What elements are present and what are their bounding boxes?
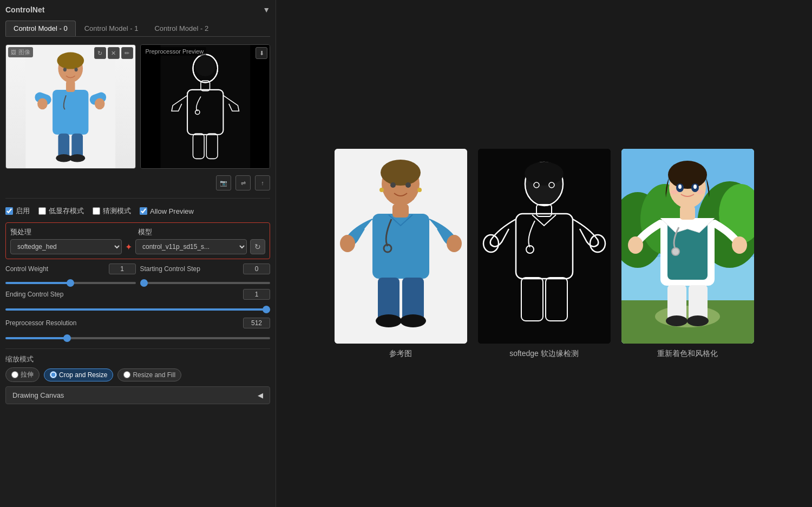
- svg-point-31: [340, 235, 355, 252]
- tab-control-model-2[interactable]: Control Model - 2: [147, 21, 216, 36]
- model-select[interactable]: control_v11p_sd15_s...: [135, 239, 247, 254]
- refresh-image-btn[interactable]: ↻: [94, 47, 106, 59]
- preprocessor-image-content: [141, 45, 270, 168]
- preprocessor-preview-box: Preprocessor Preview ⬇: [140, 44, 271, 169]
- svg-point-80: [687, 315, 709, 326]
- svg-point-11: [63, 68, 67, 71]
- weight-starting-sliders: [5, 278, 270, 286]
- control-weight-slider[interactable]: [5, 282, 136, 284]
- svg-rect-78: [689, 285, 708, 320]
- image-preview-row: 🖼 图像 ↻ ✕ ✏: [5, 44, 270, 169]
- gallery-caption-softedge: softedge 软边缘检测: [509, 349, 579, 359]
- preprocessor-controls: ⬇: [256, 47, 267, 59]
- svg-rect-77: [667, 285, 686, 320]
- panel-header: ControlNet ▼: [5, 5, 270, 14]
- svg-point-36: [376, 314, 402, 327]
- edit-image-btn[interactable]: ✏: [121, 47, 133, 59]
- weight-step-row: Control Weight 1 Starting Control Step 0: [5, 264, 270, 274]
- svg-rect-6: [66, 81, 75, 92]
- crop-resize-radio[interactable]: [50, 371, 57, 378]
- svg-point-38: [390, 182, 396, 188]
- svg-point-75: [732, 236, 747, 254]
- preprocessor-label: Preprocessor Preview: [143, 47, 207, 56]
- guess-mode-checkbox-input[interactable]: [93, 207, 100, 215]
- ending-step-label: Ending Control Step: [5, 291, 81, 298]
- svg-point-76: [672, 248, 679, 255]
- starting-step-label-row: Starting Control Step 0: [140, 264, 271, 274]
- svg-point-13: [37, 98, 48, 109]
- ending-step-label-row: Ending Control Step 1: [5, 289, 270, 300]
- gallery-item-ref: 参考图: [335, 149, 467, 359]
- enable-checkbox-input[interactable]: [5, 207, 13, 215]
- starting-step-value[interactable]: 0: [243, 264, 270, 274]
- model-section: 预处理 模型 softedge_hed ✦ control_v11p_sd15_…: [5, 222, 270, 259]
- model-section-label: 模型: [138, 227, 266, 237]
- nurse-source-svg: [6, 45, 135, 168]
- allow-preview-checkbox-input[interactable]: [140, 207, 147, 215]
- tab-control-model-1[interactable]: Control Model - 1: [77, 21, 146, 36]
- ending-step-value[interactable]: 1: [243, 289, 270, 300]
- upload-btn[interactable]: ↑: [255, 175, 270, 190]
- zoom-mode-section: 缩放模式 拉伸 Crop and Resize Resize and Fill: [5, 354, 270, 382]
- low-mem-checkbox-input[interactable]: [38, 207, 46, 215]
- source-image-controls: ↻ ✕ ✏: [94, 47, 133, 59]
- control-weight-label-row: Control Weight 1: [5, 264, 136, 274]
- gallery-img-softedge: [478, 149, 611, 344]
- swap-btn[interactable]: ⇌: [235, 175, 251, 190]
- stretch-option[interactable]: 拉伸: [5, 367, 40, 382]
- preprocessor-res-slider-wrap: [5, 333, 270, 341]
- svg-point-2: [57, 52, 84, 69]
- tab-control-model-0[interactable]: Control Model - 0: [5, 21, 76, 36]
- resize-fill-option[interactable]: Resize and Fill: [117, 368, 181, 381]
- svg-point-73: [697, 190, 704, 194]
- left-panel: ControlNet ▼ Control Model - 0 Control M…: [0, 0, 276, 507]
- gallery-svg-styled: [621, 149, 754, 344]
- starting-step-slider[interactable]: [140, 282, 271, 284]
- stretch-radio[interactable]: [11, 371, 18, 378]
- zoom-mode-label: 缩放模式: [5, 354, 270, 364]
- gallery-img-styled: [621, 149, 754, 344]
- ending-step-slider-wrap: [5, 304, 270, 312]
- control-weight-value[interactable]: 1: [109, 264, 136, 274]
- ending-step-slider[interactable]: [5, 308, 270, 311]
- camera-btn[interactable]: 📷: [216, 175, 231, 190]
- crop-resize-option[interactable]: Crop and Resize: [44, 368, 113, 381]
- low-mem-checkbox[interactable]: 低显存模式: [38, 206, 84, 216]
- divider-2: [5, 348, 270, 349]
- divider-1: [5, 198, 270, 199]
- preprocessor-select[interactable]: softedge_hed: [10, 239, 122, 254]
- svg-rect-3: [53, 90, 88, 135]
- svg-point-70: [678, 185, 682, 189]
- zoom-radio-row: 拉伸 Crop and Resize Resize and Fill: [5, 367, 270, 382]
- svg-point-71: [693, 185, 697, 189]
- gallery-svg-ref: [335, 149, 467, 344]
- svg-point-45: [525, 162, 564, 186]
- preprocessor-res-slider[interactable]: [5, 337, 270, 339]
- close-image-btn[interactable]: ✕: [108, 47, 120, 59]
- preprocessor-section-label: 预处理: [10, 227, 138, 237]
- guess-mode-checkbox[interactable]: 猜测模式: [93, 206, 131, 216]
- starting-step-label: Starting Control Step: [140, 265, 216, 273]
- gallery-item-styled: 重新着色和风格化: [621, 149, 754, 359]
- refresh-model-btn[interactable]: ↻: [250, 239, 265, 254]
- svg-point-28: [381, 160, 421, 186]
- drawing-canvas-accordion[interactable]: Drawing Canvas ◀: [5, 386, 270, 404]
- bottom-icon-row: 📷 ⇌ ↑: [5, 173, 270, 193]
- svg-point-10: [69, 154, 85, 162]
- tab-bar: Control Model - 0 Control Model - 1 Cont…: [5, 21, 270, 37]
- source-image-box: 🖼 图像 ↻ ✕ ✏: [5, 44, 136, 169]
- resize-fill-radio[interactable]: [123, 371, 130, 378]
- preprocessor-res-value[interactable]: 512: [243, 318, 270, 328]
- panel-collapse-arrow[interactable]: ▼: [263, 5, 270, 14]
- download-preprocessor-btn[interactable]: ⬇: [256, 47, 267, 59]
- gallery-svg-softedge: [478, 149, 611, 344]
- svg-point-74: [628, 236, 643, 254]
- svg-point-39: [405, 182, 411, 188]
- allow-preview-checkbox[interactable]: Allow Preview: [140, 207, 194, 215]
- drawing-canvas-label: Drawing Canvas: [12, 391, 64, 399]
- enable-checkbox[interactable]: 启用: [5, 206, 30, 216]
- source-image-label: 🖼 图像: [8, 47, 33, 57]
- svg-point-72: [671, 190, 678, 194]
- accordion-arrow: ◀: [258, 391, 263, 399]
- image-icon: 🖼: [11, 49, 16, 55]
